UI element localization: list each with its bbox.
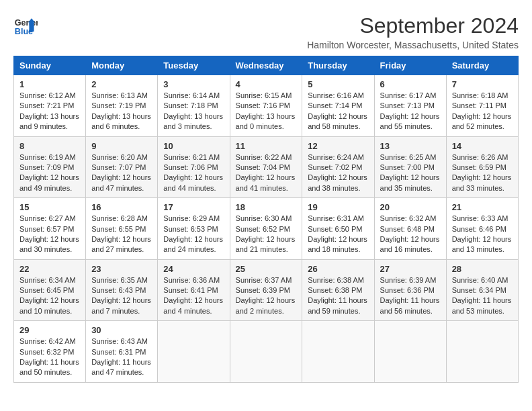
day-number: 25 — [236, 264, 297, 274]
day-info: Sunrise: 6:28 AMSunset: 6:55 PMDaylight:… — [91, 214, 152, 255]
day-number: 21 — [452, 202, 513, 212]
day-number: 11 — [236, 141, 297, 151]
day-info: Sunrise: 6:13 AMSunset: 7:19 PMDaylight:… — [91, 91, 152, 132]
day-number: 12 — [308, 141, 368, 151]
day-info: Sunrise: 6:30 AMSunset: 6:52 PMDaylight:… — [236, 214, 297, 255]
day-info: Sunrise: 6:35 AMSunset: 6:43 PMDaylight:… — [91, 275, 152, 317]
calendar-cell: 26Sunrise: 6:38 AMSunset: 6:38 PMDayligh… — [302, 259, 374, 321]
month-title: September 2024 — [307, 13, 519, 38]
calendar-cell: 15Sunrise: 6:27 AMSunset: 6:57 PMDayligh… — [14, 198, 86, 260]
day-info: Sunrise: 6:40 AMSunset: 6:34 PMDaylight:… — [452, 275, 513, 317]
day-info: Sunrise: 6:15 AMSunset: 7:16 PMDaylight:… — [236, 91, 297, 132]
calendar-cell: 24Sunrise: 6:36 AMSunset: 6:41 PMDayligh… — [158, 259, 230, 321]
calendar-header-monday: Monday — [86, 56, 158, 75]
day-number: 19 — [308, 202, 368, 212]
day-number: 3 — [163, 79, 224, 89]
day-info: Sunrise: 6:12 AMSunset: 7:21 PMDaylight:… — [19, 91, 80, 132]
day-info: Sunrise: 6:29 AMSunset: 6:53 PMDaylight:… — [163, 214, 224, 255]
day-number: 23 — [91, 264, 152, 274]
calendar-cell — [302, 321, 374, 383]
day-info: Sunrise: 6:21 AMSunset: 7:06 PMDaylight:… — [163, 152, 224, 194]
calendar-cell: 25Sunrise: 6:37 AMSunset: 6:39 PMDayligh… — [230, 259, 302, 321]
calendar-header-tuesday: Tuesday — [158, 56, 230, 75]
day-number: 27 — [380, 264, 441, 274]
calendar-week-row: 8Sunrise: 6:19 AMSunset: 7:09 PMDaylight… — [14, 136, 519, 198]
calendar-cell: 1Sunrise: 6:12 AMSunset: 7:21 PMDaylight… — [14, 75, 86, 137]
day-info: Sunrise: 6:18 AMSunset: 7:11 PMDaylight:… — [452, 91, 513, 132]
day-info: Sunrise: 6:27 AMSunset: 6:57 PMDaylight:… — [19, 214, 80, 255]
day-number: 28 — [452, 264, 513, 274]
calendar-cell: 5Sunrise: 6:16 AMSunset: 7:14 PMDaylight… — [302, 75, 374, 137]
calendar-cell — [374, 321, 446, 383]
calendar-cell: 6Sunrise: 6:17 AMSunset: 7:13 PMDaylight… — [374, 75, 446, 137]
day-number: 10 — [163, 141, 224, 151]
calendar-cell: 18Sunrise: 6:30 AMSunset: 6:52 PMDayligh… — [230, 198, 302, 260]
day-info: Sunrise: 6:33 AMSunset: 6:46 PMDaylight:… — [452, 214, 513, 255]
day-info: Sunrise: 6:24 AMSunset: 7:02 PMDaylight:… — [308, 152, 368, 194]
calendar-week-row: 22Sunrise: 6:34 AMSunset: 6:45 PMDayligh… — [14, 259, 519, 321]
calendar-cell: 23Sunrise: 6:35 AMSunset: 6:43 PMDayligh… — [86, 259, 158, 321]
calendar-cell: 16Sunrise: 6:28 AMSunset: 6:55 PMDayligh… — [86, 198, 158, 260]
title-section: September 2024 Hamilton Worcester, Massa… — [307, 13, 519, 50]
day-number: 22 — [19, 264, 80, 274]
day-number: 24 — [163, 264, 224, 274]
calendar-week-row: 29Sunrise: 6:42 AMSunset: 6:32 PMDayligh… — [14, 321, 519, 383]
day-info: Sunrise: 6:36 AMSunset: 6:41 PMDaylight:… — [163, 275, 224, 317]
day-number: 9 — [91, 141, 152, 151]
day-number: 16 — [91, 202, 152, 212]
calendar-cell: 2Sunrise: 6:13 AMSunset: 7:19 PMDaylight… — [86, 75, 158, 137]
calendar-cell: 8Sunrise: 6:19 AMSunset: 7:09 PMDaylight… — [14, 136, 86, 198]
calendar-cell: 9Sunrise: 6:20 AMSunset: 7:07 PMDaylight… — [86, 136, 158, 198]
calendar-cell: 17Sunrise: 6:29 AMSunset: 6:53 PMDayligh… — [158, 198, 230, 260]
logo: General Blue — [13, 13, 38, 38]
calendar-header-sunday: Sunday — [14, 56, 86, 75]
day-number: 13 — [380, 141, 441, 151]
calendar-cell: 19Sunrise: 6:31 AMSunset: 6:50 PMDayligh… — [302, 198, 374, 260]
day-info: Sunrise: 6:26 AMSunset: 6:59 PMDaylight:… — [452, 152, 513, 194]
day-number: 26 — [308, 264, 368, 274]
day-number: 30 — [91, 325, 152, 335]
day-number: 4 — [236, 79, 297, 89]
calendar-cell — [158, 321, 230, 383]
day-info: Sunrise: 6:20 AMSunset: 7:07 PMDaylight:… — [91, 152, 152, 194]
calendar-cell: 27Sunrise: 6:39 AMSunset: 6:36 PMDayligh… — [374, 259, 446, 321]
calendar-header-saturday: Saturday — [446, 56, 518, 75]
day-number: 6 — [380, 79, 441, 89]
calendar-cell: 14Sunrise: 6:26 AMSunset: 6:59 PMDayligh… — [446, 136, 518, 198]
day-number: 18 — [236, 202, 297, 212]
day-info: Sunrise: 6:25 AMSunset: 7:00 PMDaylight:… — [380, 152, 441, 194]
day-number: 14 — [452, 141, 513, 151]
page-header: General Blue September 2024 Hamilton Wor… — [13, 13, 519, 50]
day-info: Sunrise: 6:39 AMSunset: 6:36 PMDaylight:… — [380, 275, 441, 317]
calendar-cell: 7Sunrise: 6:18 AMSunset: 7:11 PMDaylight… — [446, 75, 518, 137]
day-info: Sunrise: 6:17 AMSunset: 7:13 PMDaylight:… — [380, 91, 441, 132]
calendar-cell: 22Sunrise: 6:34 AMSunset: 6:45 PMDayligh… — [14, 259, 86, 321]
logo-icon: General Blue — [13, 13, 38, 38]
day-number: 1 — [19, 79, 80, 89]
day-number: 15 — [19, 202, 80, 212]
day-number: 20 — [380, 202, 441, 212]
calendar-cell: 12Sunrise: 6:24 AMSunset: 7:02 PMDayligh… — [302, 136, 374, 198]
day-info: Sunrise: 6:37 AMSunset: 6:39 PMDaylight:… — [236, 275, 297, 317]
location: Hamilton Worcester, Massachusetts, Unite… — [307, 40, 519, 50]
calendar-cell: 3Sunrise: 6:14 AMSunset: 7:18 PMDaylight… — [158, 75, 230, 137]
day-info: Sunrise: 6:43 AMSunset: 6:31 PMDaylight:… — [91, 336, 152, 378]
calendar-cell: 29Sunrise: 6:42 AMSunset: 6:32 PMDayligh… — [14, 321, 86, 383]
day-number: 7 — [452, 79, 513, 89]
day-info: Sunrise: 6:31 AMSunset: 6:50 PMDaylight:… — [308, 214, 368, 255]
calendar-cell — [446, 321, 518, 383]
calendar-cell: 13Sunrise: 6:25 AMSunset: 7:00 PMDayligh… — [374, 136, 446, 198]
calendar-cell: 28Sunrise: 6:40 AMSunset: 6:34 PMDayligh… — [446, 259, 518, 321]
day-number: 2 — [91, 79, 152, 89]
calendar-cell: 4Sunrise: 6:15 AMSunset: 7:16 PMDaylight… — [230, 75, 302, 137]
day-number: 17 — [163, 202, 224, 212]
day-info: Sunrise: 6:42 AMSunset: 6:32 PMDaylight:… — [19, 336, 80, 378]
calendar-cell: 21Sunrise: 6:33 AMSunset: 6:46 PMDayligh… — [446, 198, 518, 260]
calendar-cell: 10Sunrise: 6:21 AMSunset: 7:06 PMDayligh… — [158, 136, 230, 198]
day-number: 8 — [19, 141, 80, 151]
day-info: Sunrise: 6:16 AMSunset: 7:14 PMDaylight:… — [308, 91, 368, 132]
calendar-week-row: 1Sunrise: 6:12 AMSunset: 7:21 PMDaylight… — [14, 75, 519, 137]
calendar-cell: 11Sunrise: 6:22 AMSunset: 7:04 PMDayligh… — [230, 136, 302, 198]
day-number: 5 — [308, 79, 368, 89]
calendar-table: SundayMondayTuesdayWednesdayThursdayFrid… — [13, 56, 519, 383]
